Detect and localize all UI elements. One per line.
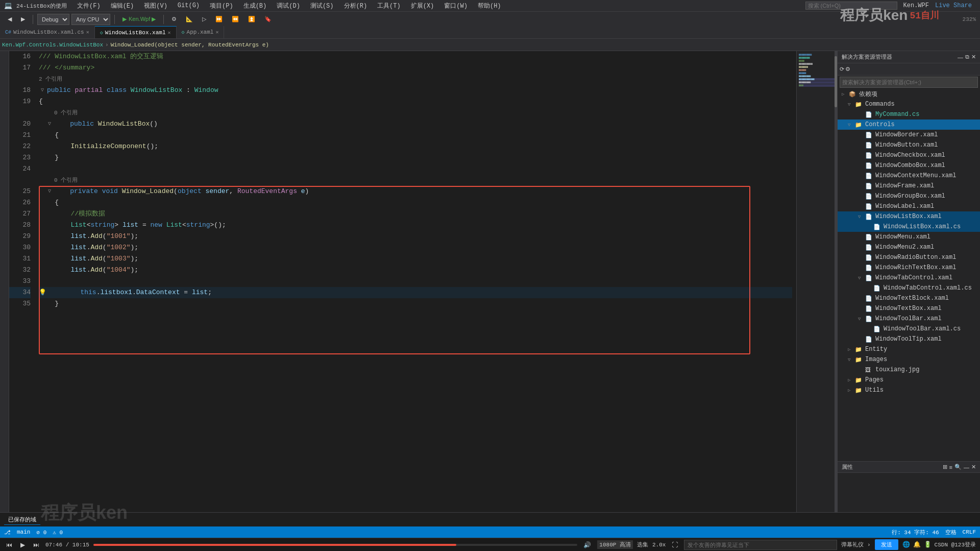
tree-item-windowtoolbar-cs[interactable]: 📄 WindowToolBar.xaml.cs bbox=[838, 324, 980, 334]
menu-item-project[interactable]: 项目(P) bbox=[206, 1, 237, 11]
chat-input[interactable] bbox=[684, 540, 837, 550]
tree-item-windowlabel[interactable]: 📄 WindowLabel.xaml bbox=[838, 201, 980, 211]
tree-item-windowframe[interactable]: 📄 WindowFrame.xaml bbox=[838, 181, 980, 191]
tree-item-windowrichtextbox[interactable]: 📄 WindowRichTextBox.xaml bbox=[838, 262, 980, 273]
fold-icon-25[interactable]: ▽ bbox=[46, 188, 53, 195]
tree-item-windowradiobutton[interactable]: 📄 WindowRadioButton.xaml bbox=[838, 252, 980, 262]
volume-btn[interactable]: 🔊 bbox=[581, 541, 593, 548]
props-minimize-btn[interactable]: — bbox=[964, 464, 969, 470]
menu-item-help[interactable]: 帮助(H) bbox=[474, 1, 505, 11]
tab-app-xaml[interactable]: ◇ App.xaml ✕ bbox=[177, 26, 225, 38]
toolbar-btn-8[interactable]: ⏩ bbox=[212, 14, 226, 24]
tree-item-windowbutton[interactable]: 📄 WindowButton.xaml bbox=[838, 140, 980, 150]
ln-18: 18 bbox=[9, 85, 31, 96]
tree-item-windowlistbox-cs[interactable]: 📄 WindowListBox.xaml.cs bbox=[838, 222, 980, 232]
menu-item-window[interactable]: 窗口(W) bbox=[440, 1, 472, 11]
editor-area[interactable]: 16 17 18 19 20 21 22 23 24 25 26 27 28 2… bbox=[0, 51, 837, 512]
prev-btn[interactable]: ⏮ bbox=[4, 541, 14, 548]
panel-minimize-btn[interactable]: — bbox=[958, 54, 963, 60]
start-button[interactable]: ▶ Ken.Wpf ▶ bbox=[119, 14, 159, 24]
tree-item-controls[interactable]: ▽ 📁 Controls bbox=[838, 119, 980, 130]
tree-item-touxiang[interactable]: 🖼 touxiang.jpg bbox=[838, 365, 980, 375]
menu-item-git[interactable]: Git(G) bbox=[174, 1, 204, 10]
sync-button[interactable]: ⟳ bbox=[840, 66, 844, 73]
props-close-btn[interactable]: ✕ bbox=[971, 464, 976, 470]
tree-item-windowmenu2[interactable]: 📄 WindowMenu2.xaml bbox=[838, 242, 980, 252]
tree-item-windowborder[interactable]: 📄 WindowBorder.xaml bbox=[838, 130, 980, 140]
props-list-btn[interactable]: ≡ bbox=[949, 464, 952, 470]
toolbar-btn-7[interactable]: ▷ bbox=[199, 14, 210, 24]
toolbar-btn-6[interactable]: 📐 bbox=[182, 14, 197, 24]
menu-item-debug[interactable]: 调试(D) bbox=[273, 1, 304, 11]
code-line-24 bbox=[39, 163, 792, 175]
live-share-btn[interactable]: Live Share bbox=[931, 1, 976, 10]
tab-app-close-icon[interactable]: ✕ bbox=[215, 29, 218, 35]
fold-icon-20[interactable]: ▽ bbox=[46, 121, 53, 128]
video-progress-bar[interactable] bbox=[93, 544, 578, 546]
toolbar-forward-btn[interactable]: ▶ bbox=[17, 14, 29, 24]
tree-item-windowcheckbox[interactable]: 📄 WindowCheckbox.xaml bbox=[838, 150, 980, 160]
tree-item-windowtooltip[interactable]: 📄 WindowToolTip.xaml bbox=[838, 334, 980, 344]
global-search-input[interactable] bbox=[805, 2, 897, 10]
cpu-select[interactable]: Any CPU bbox=[71, 14, 110, 25]
code-editor[interactable]: /// WindowListBox.xaml 的交互逻辑 /// </summa… bbox=[35, 51, 796, 512]
tab-windowlistbox-xaml[interactable]: ◇ WindowListBox.xaml ✕ bbox=[95, 26, 177, 38]
toolbar-btn-5[interactable]: ⚙ bbox=[168, 14, 180, 24]
solution-search-input[interactable] bbox=[840, 77, 978, 88]
path-method[interactable]: Window_Loaded(object sender, RoutedEvent… bbox=[111, 42, 269, 48]
tree-item-windowtabcontrol[interactable]: ▽ 📄 WindowTabControl.xaml bbox=[838, 273, 980, 283]
play-btn[interactable]: ▶ bbox=[18, 541, 27, 548]
tab-xaml-close-icon[interactable]: ✕ bbox=[168, 30, 171, 36]
menu-item-extensions[interactable]: 扩展(X) bbox=[407, 1, 438, 11]
tab-cs-close-icon[interactable]: ✕ bbox=[86, 29, 89, 35]
tree-item-dependencies[interactable]: ▷ 📦 依赖项 bbox=[838, 89, 980, 99]
props-search-btn[interactable]: 🔍 bbox=[954, 464, 962, 470]
properties-title: 属性 bbox=[842, 463, 853, 471]
panel-close-btn[interactable]: ✕ bbox=[971, 54, 976, 60]
tab-windowlistbox-cs[interactable]: C# WindowListBox.xaml.cs ✕ bbox=[0, 26, 95, 38]
tree-item-windowgroupbox[interactable]: 📄 WindowGroupBox.xaml bbox=[838, 191, 980, 201]
output-tab[interactable]: 已保存的域 bbox=[4, 515, 40, 525]
tree-item-mycommand[interactable]: 📄 MyCommand.cs bbox=[838, 109, 980, 119]
fold-icon-18[interactable]: ▽ bbox=[39, 87, 46, 94]
toolbar-btn-10[interactable]: ⏫ bbox=[244, 14, 259, 24]
tree-item-windowcontextmenu[interactable]: 📄 WindowContextMenu.xaml bbox=[838, 171, 980, 181]
minimap[interactable]: ▓▓▓▓▓▓▓▓▓▓▓▓▓▓ ▓▓▓▓▓▓▓▓▓▓▓▓ ▓▓▓▓▓▓ ▓▓▓▓▓… bbox=[796, 51, 837, 512]
tree-item-windowtextblock[interactable]: 📄 WindowTextBlock.xaml bbox=[838, 293, 980, 303]
menu-item-file[interactable]: 文件(F) bbox=[73, 1, 105, 11]
send-button[interactable]: 发送 bbox=[875, 539, 898, 550]
next-btn[interactable]: ⏭ bbox=[31, 541, 41, 548]
filter-button[interactable]: ⚙ bbox=[845, 66, 850, 73]
path-namespace-label[interactable]: Ken.Wpf.Controls.WindowListBox bbox=[2, 42, 103, 48]
tree-item-windowtabcontrol-cs[interactable]: 📄 WindowTabControl.xaml.cs bbox=[838, 283, 980, 293]
tree-item-pages[interactable]: ▷ 📁 Pages bbox=[838, 375, 980, 385]
tree-item-windowtextbox[interactable]: 📄 WindowTextBox.xaml bbox=[838, 303, 980, 314]
tree-item-commands[interactable]: ▽ 📁 Commands bbox=[838, 99, 980, 109]
gift-label[interactable]: 弹幕礼仪 › bbox=[841, 541, 870, 548]
toolbar-back-btn[interactable]: ◀ bbox=[4, 14, 15, 24]
tree-item-entity[interactable]: ▷ 📁 Entity bbox=[838, 344, 980, 354]
lightbulb-icon[interactable]: 💡 bbox=[39, 287, 46, 298]
panel-float-btn[interactable]: ⧉ bbox=[965, 54, 969, 60]
menu-item-build[interactable]: 生成(B) bbox=[239, 1, 271, 11]
toolbar-btn-9[interactable]: ⏪ bbox=[228, 14, 242, 24]
debug-config-select[interactable]: Debug bbox=[37, 14, 69, 25]
menu-item-view[interactable]: 视图(V) bbox=[140, 1, 172, 11]
tree-item-utils[interactable]: ▷ 📁 Utils bbox=[838, 385, 980, 395]
menu-item-test[interactable]: 测试(S) bbox=[306, 1, 338, 11]
props-grid-btn[interactable]: ⊞ bbox=[943, 464, 947, 470]
label-windowtooltip: WindowToolTip.xaml bbox=[875, 336, 942, 343]
menu-item-edit[interactable]: 编辑(E) bbox=[107, 1, 138, 11]
menu-item-analyze[interactable]: 分析(R) bbox=[340, 1, 372, 11]
tree-item-windowlistbox[interactable]: ▽ 📄 WindowListBox.xaml bbox=[838, 211, 980, 222]
fullscreen-btn[interactable]: ⛶ bbox=[670, 541, 680, 548]
minimap-scrollbar[interactable] bbox=[835, 51, 837, 512]
tree-item-windowtoolbar[interactable]: ▽ 📄 WindowToolBar.xaml bbox=[838, 314, 980, 324]
tree-item-windowcombobox[interactable]: 📄 WindowComboBox.xaml bbox=[838, 160, 980, 171]
tree-item-images[interactable]: ▽ 📁 Images bbox=[838, 354, 980, 365]
menu-item-tools[interactable]: 工具(T) bbox=[373, 1, 405, 11]
toolbar-btn-11[interactable]: 🔖 bbox=[261, 14, 275, 24]
solution-explorer-header: 解决方案资源管理器 — ⧉ ✕ bbox=[838, 51, 980, 63]
tree-item-windowmenu[interactable]: 📄 WindowMenu.xaml bbox=[838, 232, 980, 242]
toolbar-sep-2 bbox=[114, 15, 115, 24]
